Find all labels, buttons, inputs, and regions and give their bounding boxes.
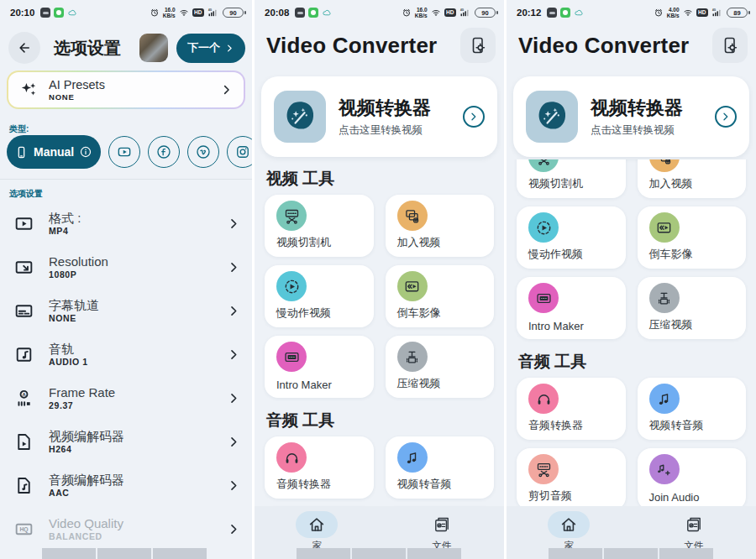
video-converter-hero-card[interactable]: 视频转换器 点击这里转换视频 — [513, 76, 749, 157]
video-converter-hero-card[interactable]: 视频转换器 点击这里转换视频 — [261, 76, 497, 157]
tool-card-join-video[interactable]: 加入视频 — [386, 195, 495, 257]
wifi-icon — [179, 8, 189, 18]
option-label: 视频编解码器 — [49, 429, 124, 443]
frame-rate-icon: A — [13, 388, 34, 409]
tool-card-compress-video[interactable]: 压缩视频 — [638, 277, 747, 339]
smartphone-icon — [14, 145, 29, 159]
svg-text:4G: 4G — [712, 8, 717, 12]
home-icon — [559, 515, 579, 535]
status-time: 20:08 — [265, 8, 289, 18]
svg-text:HQ: HQ — [19, 526, 28, 533]
option-row-frame-rate[interactable]: AFrame Rate29.37 — [0, 376, 252, 420]
gesture-strip — [297, 548, 461, 559]
tool-card-intro-maker[interactable]: Intro Maker — [265, 336, 374, 398]
music-note-icon — [403, 449, 421, 467]
tool-card-headphones[interactable]: 音频转换器 — [265, 436, 374, 499]
section-title: 音频 工具 — [266, 410, 492, 431]
status-bar: 20:10 16.0KB/s HD 4G 90 — [0, 0, 252, 22]
device-settings-button[interactable] — [712, 28, 748, 63]
type-selector-row: Manual — [7, 134, 252, 170]
hero-title: 视频转换器 — [591, 96, 683, 121]
format-icon — [13, 213, 34, 234]
option-row-resolution[interactable]: Resolution1080P — [0, 245, 252, 289]
instagram-icon — [234, 144, 251, 160]
gesture-strip — [42, 548, 207, 559]
alarm-icon — [150, 8, 160, 18]
scissors-film-icon — [535, 159, 553, 166]
status-time: 20:10 — [10, 8, 34, 18]
manual-type-button[interactable]: Manual — [7, 135, 101, 169]
options-section-label: 选项设置 — [9, 188, 43, 200]
cut-audio-icon — [535, 461, 553, 478]
join-audio-icon — [655, 461, 673, 478]
subtitles-icon — [13, 300, 34, 321]
status-time: 20:12 — [517, 8, 541, 18]
join-video-icon — [403, 207, 421, 225]
option-row-subtitles[interactable]: 字幕轨道NONE — [0, 289, 252, 332]
tool-card-slow-motion[interactable]: 慢动作视频 — [517, 206, 626, 269]
chevron-right-icon — [228, 523, 240, 535]
home-screen: 20:08 16.0KB/s HD 4G 90 Video Converter … — [252, 0, 504, 559]
tool-card-join-video[interactable]: 加入视频 — [638, 159, 747, 198]
option-row-video-quality[interactable]: HQVideo QualityBALANCED — [0, 507, 252, 551]
network-speed: 16.0KB/s — [163, 7, 176, 18]
platform-facebook-button[interactable] — [148, 136, 180, 168]
tool-card-slow-motion[interactable]: 慢动作视频 — [265, 265, 374, 327]
tool-card-cut-audio[interactable]: 剪切音频 — [517, 448, 626, 506]
intro-maker-icon — [283, 348, 301, 366]
tools-scroll-area[interactable]: 视频 工具视频切割机加入视频慢动作视频倒车影像Intro Maker压缩视频音频… — [507, 159, 756, 506]
option-row-format[interactable]: 格式 :MP4 — [0, 201, 252, 245]
info-icon — [79, 145, 92, 159]
device-settings-button[interactable] — [460, 28, 496, 63]
alarm-icon — [402, 8, 412, 18]
tool-card-headphones[interactable]: 音频转换器 — [517, 378, 626, 440]
scissors-film-icon — [283, 207, 301, 225]
ai-presets-card[interactable]: AI Presets NONE — [7, 71, 245, 109]
svg-text:4G: 4G — [208, 8, 213, 12]
hero-subtitle: 点击这里转换视频 — [339, 123, 431, 138]
platform-vimeo-button[interactable] — [187, 136, 219, 168]
hero-subtitle: 点击这里转换视频 — [591, 123, 683, 138]
next-button[interactable]: 下一个 — [176, 34, 245, 63]
signal-icon: 4G — [459, 8, 470, 18]
hero-chevron-button[interactable] — [715, 106, 737, 128]
tool-card-music-note[interactable]: 视频转音频 — [386, 436, 495, 499]
tool-card-reverse-video[interactable]: 倒车影像 — [638, 206, 747, 269]
tool-card-reverse-video[interactable]: 倒车影像 — [386, 265, 495, 327]
option-label: Resolution — [49, 254, 108, 269]
platform-youtube-button[interactable] — [108, 136, 140, 168]
options-header: 选项设置 下一个 — [8, 30, 245, 65]
home-icon — [307, 515, 327, 535]
options-list: 格式 :MP4Resolution1080P字幕轨道NONE音轨AUDIO 1A… — [0, 201, 252, 551]
tool-card-intro-maker[interactable]: Intro Maker — [517, 277, 626, 339]
battery-indicator: 90 — [223, 8, 244, 18]
magic-wand-icon — [280, 97, 320, 137]
tool-card-scissors-film[interactable]: 视频切割机 — [265, 195, 374, 257]
platform-instagram-button[interactable] — [227, 136, 252, 168]
option-row-audio-codec[interactable]: 音频编解码器AAC — [0, 463, 252, 507]
home-screen-scrolled: 20:12 4.00KB/s HD 4G 89 Video Converter … — [504, 0, 756, 559]
tool-card-compress-video[interactable]: 压缩视频 — [386, 336, 495, 398]
alarm-icon — [654, 8, 664, 18]
youtube-icon — [116, 144, 133, 160]
option-label: 格式 : — [49, 211, 81, 225]
option-row-audio-track[interactable]: 音轨AUDIO 1 — [0, 332, 252, 376]
hero-chevron-button[interactable] — [463, 106, 485, 128]
option-row-video-codec[interactable]: 视频编解码器H264 — [0, 420, 252, 463]
tool-card-scissors-film[interactable]: 视频切割机 — [517, 159, 626, 198]
battery-indicator: 90 — [475, 8, 496, 18]
tool-label: 加入视频 — [397, 235, 441, 250]
back-button[interactable] — [8, 32, 40, 64]
option-value: H264 — [49, 444, 124, 454]
wifi-icon — [683, 8, 693, 18]
tool-grid: 视频切割机加入视频慢动作视频倒车影像Intro Maker压缩视频 — [517, 159, 746, 339]
tools-scroll-area[interactable]: 视频 工具视频切割机加入视频慢动作视频倒车影像Intro Maker压缩视频音频… — [255, 159, 504, 506]
tool-label: 视频转音频 — [649, 418, 704, 433]
tool-card-join-audio[interactable]: Join Audio — [638, 448, 747, 506]
reverse-video-icon — [655, 219, 673, 237]
messages-app-icon — [308, 8, 318, 18]
video-codec-icon — [13, 431, 34, 452]
hd-badge: HD — [444, 8, 456, 17]
tool-grid: 视频切割机加入视频慢动作视频倒车影像Intro Maker压缩视频 — [265, 195, 494, 398]
tool-card-music-note[interactable]: 视频转音频 — [638, 378, 747, 440]
